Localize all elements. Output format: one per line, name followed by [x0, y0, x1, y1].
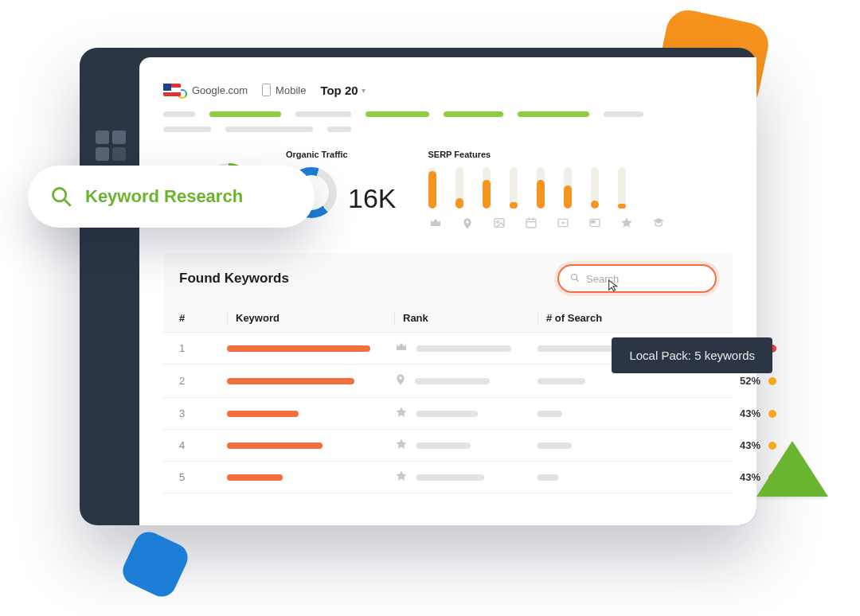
serp-slider	[537, 167, 545, 209]
card-icon[interactable]	[588, 216, 602, 231]
serp-slider	[564, 167, 572, 209]
row-pct: 43%	[681, 439, 760, 451]
keyword-research-chip[interactable]: Keyword Research	[28, 166, 315, 228]
svg-point-10	[572, 274, 577, 279]
rank-skeleton	[416, 443, 471, 449]
decorative-green-triangle	[756, 441, 828, 497]
star-icon	[394, 406, 408, 421]
search-skeleton	[538, 378, 585, 384]
search-skeleton	[538, 411, 562, 417]
location-pin-icon[interactable]	[460, 216, 475, 231]
svg-rect-9	[592, 220, 595, 223]
svg-point-12	[399, 376, 401, 379]
search-icon	[50, 185, 72, 208]
row-index: 3	[179, 407, 219, 419]
col-index[interactable]: #	[179, 312, 219, 324]
serp-icons-row	[428, 216, 666, 231]
table-row[interactable]: 343%	[163, 398, 733, 430]
nav-tabs-placeholder	[139, 108, 756, 120]
row-pct: 43%	[681, 407, 760, 419]
row-index: 5	[179, 471, 219, 483]
svg-point-0	[466, 220, 468, 223]
search-icon	[570, 273, 580, 285]
calendar-icon[interactable]	[524, 216, 538, 231]
found-keywords-title: Found Keywords	[179, 271, 289, 287]
image-icon[interactable]	[492, 216, 506, 231]
svg-point-2	[496, 220, 498, 223]
location-pin-icon	[394, 372, 407, 389]
us-flag-icon	[163, 84, 181, 96]
tooltip-text: Local Pack: 5 keywords	[629, 349, 755, 362]
row-pct: 52%	[681, 375, 760, 387]
star-icon[interactable]	[620, 216, 634, 231]
row-pct: 43%	[681, 471, 760, 483]
svg-line-14	[64, 200, 71, 206]
row-index: 1	[179, 342, 219, 354]
rank-skeleton	[416, 345, 511, 352]
nav-subtabs-placeholder	[139, 123, 756, 135]
app-frame: Google.com Mobile Top 20 ▾	[80, 48, 756, 525]
video-icon[interactable]	[556, 216, 570, 231]
decorative-blue-square	[118, 527, 192, 601]
keyword-bar	[227, 378, 354, 384]
header-bar: Google.com Mobile Top 20 ▾	[139, 57, 756, 108]
found-keywords-header: Found Keywords Search	[163, 253, 733, 304]
serp-features-label: SERP Features	[428, 150, 666, 159]
table-header: # Keyword Rank # of Search	[163, 304, 733, 333]
col-keyword[interactable]: Keyword	[227, 312, 386, 324]
star-icon	[394, 438, 408, 453]
table-row[interactable]: 443%	[163, 430, 733, 462]
mobile-icon	[262, 84, 271, 96]
top-n-dropdown[interactable]: Top 20 ▾	[320, 84, 365, 97]
status-dot	[768, 410, 776, 418]
keyword-search-input[interactable]: Search	[557, 264, 717, 293]
col-rank[interactable]: Rank	[394, 312, 530, 324]
star-icon	[394, 470, 408, 485]
rank-skeleton	[416, 474, 484, 481]
crown-icon[interactable]	[428, 216, 443, 231]
organic-traffic-value: 16K	[348, 183, 397, 214]
svg-line-11	[577, 279, 579, 281]
keyword-bar	[227, 345, 370, 352]
keyword-research-label: Keyword Research	[85, 186, 243, 207]
serp-sliders	[428, 167, 666, 209]
serp-slider	[428, 167, 436, 209]
row-index: 2	[179, 375, 219, 387]
svg-rect-3	[526, 219, 536, 228]
device-label: Mobile	[276, 84, 306, 96]
keyword-bar	[227, 411, 299, 417]
svg-point-13	[53, 189, 66, 201]
search-skeleton	[538, 345, 619, 352]
rank-skeleton	[416, 411, 478, 417]
local-pack-tooltip: Local Pack: 5 keywords	[612, 337, 772, 373]
search-engine-selector[interactable]: Google.com	[163, 81, 248, 99]
serp-slider	[483, 167, 491, 209]
device-selector[interactable]: Mobile	[262, 84, 306, 96]
search-skeleton	[538, 443, 572, 449]
keyword-bar	[227, 443, 322, 449]
found-keywords-section: Found Keywords Search # Keyword Rank #	[163, 253, 733, 493]
col-searches[interactable]: # of Search	[538, 312, 673, 324]
status-dot	[768, 377, 776, 385]
search-engine-label: Google.com	[192, 84, 248, 96]
chevron-down-icon: ▾	[362, 86, 366, 95]
keyword-bar	[227, 474, 283, 481]
row-index: 4	[179, 439, 219, 451]
graduation-icon[interactable]	[651, 216, 666, 231]
serp-slider	[618, 167, 626, 209]
organic-traffic-label: Organic Traffic	[286, 150, 397, 159]
serp-slider	[455, 167, 463, 209]
serp-slider	[591, 167, 599, 209]
serp-slider	[510, 167, 518, 209]
svg-rect-1	[494, 219, 504, 228]
keywords-table: # Keyword Rank # of Search 170%252%343%4…	[163, 304, 733, 493]
search-skeleton	[538, 474, 558, 481]
table-row[interactable]: 543%	[163, 462, 733, 493]
crown-icon	[394, 341, 408, 356]
apps-grid-icon[interactable]	[96, 131, 126, 161]
serp-features-metric: SERP Features	[428, 150, 666, 231]
app-panel: Google.com Mobile Top 20 ▾	[139, 57, 756, 525]
rank-skeleton	[415, 378, 490, 384]
top-n-label: Top 20	[320, 84, 358, 97]
cursor-icon	[607, 279, 620, 296]
